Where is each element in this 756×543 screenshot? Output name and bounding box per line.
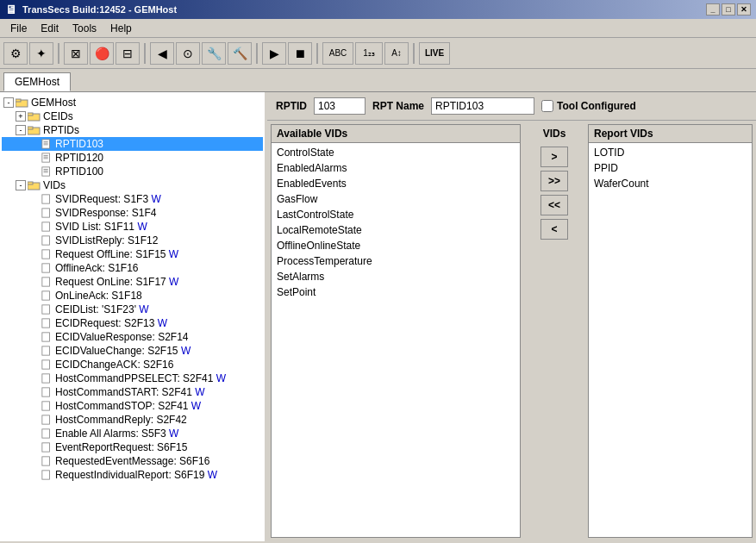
rptid-input[interactable] xyxy=(314,97,366,115)
tree-item-onlineack[interactable]: OnLineAck: S1F18 xyxy=(2,289,263,303)
toolbar-sep-5 xyxy=(413,43,415,64)
tree-item-ecidrequest[interactable]: ECIDRequest: S2F13 W xyxy=(2,316,263,330)
list-item-setalarms[interactable]: SetAlarms xyxy=(273,269,518,284)
tree-item-ecidvalueresponse[interactable]: ECIDValueResponse: S2F14 xyxy=(2,330,263,344)
tree-item-hostcommandstart[interactable]: HostCommandSTART: S2F41 W xyxy=(2,385,263,399)
list-item-lastcontrolstate[interactable]: LastControlState xyxy=(273,207,518,222)
tree-item-ceidlist[interactable]: CEIDList: 'S1F23' W xyxy=(2,303,263,316)
toolbar-btn-8[interactable]: 🔧 xyxy=(202,42,226,65)
menu-edit[interactable]: Edit xyxy=(34,21,66,36)
tree-item-enableallalarms[interactable]: Enable All Alarms: S5F3 W xyxy=(2,427,263,440)
svg-rect-36 xyxy=(42,415,50,424)
toolbar-btn-7[interactable]: ⊙ xyxy=(176,42,200,65)
toolbar-123[interactable]: 1₂₃ xyxy=(355,42,383,65)
tree-pane: - GEMHost + CEIDs - RPTIDs xyxy=(0,92,267,541)
list-item-gasflow[interactable]: GasFlow xyxy=(273,191,518,207)
toolbar-sep-3 xyxy=(256,43,258,64)
list-item-controlstate[interactable]: ControlState xyxy=(273,145,518,160)
svg-rect-30 xyxy=(42,333,50,341)
tree-item-svidresponse[interactable]: SVIDResponse: S1F4 xyxy=(2,206,263,220)
tree-label-ceids: CEIDs xyxy=(43,110,73,122)
list-item-ppid[interactable]: PPID xyxy=(590,160,750,176)
folder-icon-vids xyxy=(28,180,41,190)
tree-item-hostcommandppselect[interactable]: HostCommandPPSELECT: S2F41 W xyxy=(2,371,263,385)
list-item-lotid[interactable]: LOTID xyxy=(590,145,750,160)
tree-item-rptid103[interactable]: RPTID103 xyxy=(2,137,263,151)
transfer-right-button[interactable]: > xyxy=(540,147,568,167)
tree-item-requestindividualreport[interactable]: RequestIndividualReport: S6F19 W xyxy=(2,468,263,482)
tree-item-ceids[interactable]: + CEIDs xyxy=(2,109,263,123)
tree-label-svidresponse: SVIDResponse: S1F4 xyxy=(55,207,156,219)
tree-label-ceidlist: CEIDList: 'S1F23' W xyxy=(55,303,149,315)
rptname-input[interactable] xyxy=(431,97,534,115)
close-button[interactable]: ✕ xyxy=(737,3,751,16)
tree-item-rptid100[interactable]: RPTID100 xyxy=(2,165,263,178)
toolbar-az[interactable]: A↕ xyxy=(384,42,409,65)
file-icon-reqevtmsg xyxy=(40,456,53,466)
menu-file[interactable]: File xyxy=(3,21,34,36)
menu-tools[interactable]: Tools xyxy=(66,21,103,36)
tree-label-ecidvalueresponse: ECIDValueResponse: S2F14 xyxy=(55,331,189,343)
list-item-wafercount[interactable]: WaferCount xyxy=(590,176,750,191)
toolbar-live[interactable]: LIVE xyxy=(419,42,450,65)
toolbar-play[interactable]: ▶ xyxy=(262,42,286,65)
tree-item-requestedeventmessage[interactable]: RequestedEventMessage: S6F16 xyxy=(2,454,263,468)
tree-label-onlineack: OnLineAck: S1F18 xyxy=(55,290,142,302)
toolbar-btn-2[interactable]: ✦ xyxy=(29,42,53,65)
svg-rect-33 xyxy=(42,374,50,383)
toolbar-btn-1[interactable]: ⚙ xyxy=(3,42,28,65)
tree-item-gemhost[interactable]: - GEMHost xyxy=(2,96,263,109)
toolbar-stop[interactable]: ⏹ xyxy=(288,42,312,65)
vid-panels: Available VIDs ControlState EnabledAlarm… xyxy=(267,121,756,541)
toolbar-btn-9[interactable]: 🔨 xyxy=(228,42,252,65)
list-item-localremotestate[interactable]: LocalRemoteState xyxy=(273,222,518,238)
tree-item-offlineack[interactable]: OfflineAck: S1F16 xyxy=(2,261,263,275)
tree-item-requestoffline[interactable]: Request OffLine: S1F15 W xyxy=(2,247,263,261)
toolbar-btn-6[interactable]: ◀ xyxy=(150,42,174,65)
list-item-enabledalarms[interactable]: EnabledAlarms xyxy=(273,160,518,176)
tree-item-hostcommandstop[interactable]: HostCommandSTOP: S2F41 W xyxy=(2,399,263,413)
tree-label-requestindividualreport: RequestIndividualReport: S6F19 W xyxy=(55,469,217,481)
expander-vids[interactable]: - xyxy=(16,180,26,190)
tree-item-vids[interactable]: - VIDs xyxy=(2,178,263,192)
tool-configured-label: Tool Configured xyxy=(557,100,636,112)
toolbar-btn-4[interactable]: 🔴 xyxy=(90,42,114,65)
tree-item-svidlist[interactable]: SVID List: S1F11 W xyxy=(2,220,263,234)
minimize-button[interactable]: _ xyxy=(706,3,720,16)
tree-item-svidlistreply[interactable]: SVIDListReply: S1F12 xyxy=(2,234,263,247)
tree-item-ecidvaluechange[interactable]: ECIDValueChange: S2F15 W xyxy=(2,344,263,358)
file-icon-rptid120 xyxy=(40,153,53,163)
list-item-enabledevents[interactable]: EnabledEvents xyxy=(273,176,518,191)
tool-configured-container: Tool Configured xyxy=(541,97,636,115)
expander-ceids[interactable]: + xyxy=(16,111,26,122)
list-item-offlineonlinestate[interactable]: OfflineOnlineState xyxy=(273,238,518,253)
transfer-left-button[interactable]: < xyxy=(540,219,568,240)
toolbar-btn-5[interactable]: ⊟ xyxy=(116,42,140,65)
rpt-bar: RPTID RPT Name Tool Configured xyxy=(267,92,756,121)
tree-item-eventreportrequest[interactable]: EventReportRequest: S6F15 xyxy=(2,440,263,454)
list-item-setpoint[interactable]: SetPoint xyxy=(273,284,518,300)
tree-item-hostcommandreply[interactable]: HostCommandReply: S2F42 xyxy=(2,413,263,427)
maximize-button[interactable]: □ xyxy=(722,3,735,16)
toolbar-abc[interactable]: ABC xyxy=(322,42,353,65)
menu-help[interactable]: Help xyxy=(103,21,139,36)
tool-configured-checkbox[interactable] xyxy=(541,97,553,115)
window-controls: _ □ ✕ xyxy=(706,3,751,16)
tree-label-ecidvaluechange: ECIDValueChange: S2F15 W xyxy=(55,345,191,357)
transfer-all-right-button[interactable]: >> xyxy=(540,171,568,191)
tree-item-ecidchangeack[interactable]: ECIDChangeACK: S2F16 xyxy=(2,358,263,371)
toolbar-btn-3[interactable]: ⊠ xyxy=(64,42,88,65)
tree-item-svidrequest[interactable]: SVIDRequest: S1F3 W xyxy=(2,192,263,206)
report-vids-list: LOTID PPID WaferCount xyxy=(589,143,752,537)
file-icon-hcppselect xyxy=(40,373,53,384)
tree-item-rptid120[interactable]: RPTID120 xyxy=(2,151,263,165)
expander-gemhost[interactable]: - xyxy=(3,97,14,108)
tree-item-rptids[interactable]: - RPTIDs xyxy=(2,123,263,137)
expander-rptids[interactable]: - xyxy=(16,125,26,135)
file-icon-ceidlist xyxy=(40,304,53,315)
folder-icon-rptids xyxy=(28,125,41,135)
tree-item-requestonline[interactable]: Request OnLine: S1F17 W xyxy=(2,275,263,289)
transfer-all-left-button[interactable]: << xyxy=(540,195,568,215)
list-item-processtemperature[interactable]: ProcessTemperature xyxy=(273,253,518,269)
tab-gemhost[interactable]: GEMHost xyxy=(3,72,71,91)
